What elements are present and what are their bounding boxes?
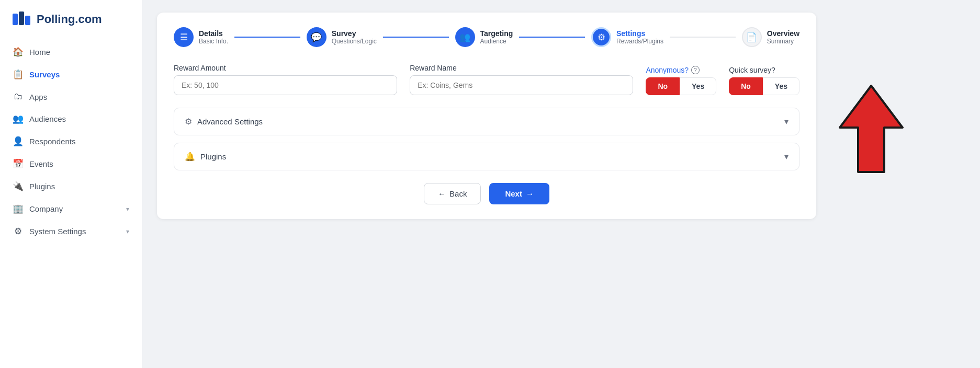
logo-icon (12, 9, 31, 29)
anonymous-toggle: No Yes (646, 77, 716, 95)
sidebar-item-plugins[interactable]: 🔌 Plugins (0, 175, 142, 198)
sidebar-item-respondents[interactable]: 👤 Respondents (0, 130, 142, 153)
sidebar-item-label: Apps (29, 93, 47, 101)
reward-amount-group: Reward Amount (174, 64, 397, 95)
step-settings-subtitle: Rewards/Plugins (616, 38, 663, 45)
main-card: ☰ Details Basic Info. 💬 Survey Questions… (157, 13, 816, 219)
connector-1 (234, 37, 300, 38)
step-overview[interactable]: 📄 Overview Summary (742, 27, 799, 47)
action-row: ← Back Next → (174, 183, 799, 204)
next-button[interactable]: Next → (489, 183, 549, 204)
anonymous-yes-button[interactable]: Yes (680, 77, 716, 95)
svg-rect-2 (25, 16, 30, 25)
plugins-left: 🔔 Plugins (185, 152, 226, 162)
sidebar-item-home[interactable]: 🏠 Home (0, 41, 142, 63)
connector-3 (519, 37, 585, 38)
quick-survey-group: Quick survey? No Yes (729, 66, 799, 95)
home-icon: 🏠 (13, 47, 23, 58)
step-details-subtitle: Basic Info. (199, 38, 228, 45)
step-settings-icon: ⚙ (591, 27, 611, 47)
sidebar-item-label: Home (29, 48, 50, 56)
plugins-chevron: ▾ (784, 152, 788, 162)
step-survey-subtitle: Questions/Logic (332, 38, 377, 45)
step-targeting[interactable]: 👥 Targeting Audience (455, 27, 513, 47)
quick-survey-label-row: Quick survey? (729, 66, 799, 74)
plugins-label: Plugins (200, 152, 226, 161)
svg-rect-0 (13, 14, 18, 25)
next-label: Next (505, 189, 522, 198)
red-arrow-annotation (829, 80, 913, 177)
sidebar-item-label: Audiences (29, 114, 66, 123)
sidebar-item-label: Plugins (29, 182, 55, 191)
sidebar-item-system-settings[interactable]: ⚙ System Settings ▾ (0, 220, 142, 243)
reward-amount-input[interactable] (174, 75, 397, 95)
sidebar-item-events[interactable]: 📅 Events (0, 153, 142, 175)
step-indicator: ☰ Details Basic Info. 💬 Survey Questions… (174, 27, 799, 47)
card-wrapper: ☰ Details Basic Info. 💬 Survey Questions… (157, 13, 965, 219)
logo-area: Polling.com (0, 0, 142, 37)
step-targeting-subtitle: Audience (480, 38, 513, 45)
advanced-settings-icon: ⚙ (185, 117, 192, 126)
nav-list: 🏠 Home 📋 Surveys 🗂 Apps 👥 Audiences 👤 Re… (0, 37, 142, 368)
connector-4 (670, 37, 736, 38)
step-overview-icon: 📄 (742, 27, 762, 47)
surveys-icon: 📋 (13, 69, 23, 80)
form-row: Reward Amount Reward Name Anonymous? ? N… (174, 64, 799, 95)
next-arrow-icon: → (526, 189, 534, 198)
quick-survey-yes-button[interactable]: Yes (763, 77, 799, 95)
events-icon: 📅 (13, 158, 23, 169)
plugins-section-icon: 🔔 (185, 152, 195, 162)
step-settings[interactable]: ⚙ Settings Rewards/Plugins (591, 27, 663, 47)
audiences-icon: 👥 (13, 113, 23, 124)
logo-text: Polling.com (37, 13, 102, 26)
system-settings-icon: ⚙ (13, 226, 23, 237)
anonymous-no-button[interactable]: No (646, 77, 680, 95)
main-content: ☰ Details Basic Info. 💬 Survey Questions… (142, 0, 980, 368)
svg-rect-1 (19, 12, 24, 25)
anonymous-label: Anonymous? (646, 66, 689, 74)
sidebar-item-apps[interactable]: 🗂 Apps (0, 86, 142, 108)
step-details-labels: Details Basic Info. (199, 29, 228, 45)
help-icon[interactable]: ? (691, 66, 700, 74)
step-overview-labels: Overview Summary (767, 29, 799, 45)
quick-survey-label: Quick survey? (729, 66, 775, 74)
sidebar: Polling.com 🏠 Home 📋 Surveys 🗂 Apps 👥 Au… (0, 0, 142, 368)
advanced-settings-header[interactable]: ⚙ Advanced Settings ▾ (174, 108, 799, 135)
step-details-icon: ☰ (174, 27, 194, 47)
sidebar-item-company[interactable]: 🏢 Company ▾ (0, 198, 142, 220)
sidebar-item-label: Respondents (29, 137, 75, 146)
quick-survey-no-button[interactable]: No (729, 77, 763, 95)
sidebar-item-label: Company (29, 204, 63, 213)
quick-survey-toggle: No Yes (729, 77, 799, 95)
step-overview-title: Overview (767, 29, 799, 38)
plugins-icon: 🔌 (13, 181, 23, 192)
plugins-header[interactable]: 🔔 Plugins ▾ (174, 143, 799, 170)
plugins-section: 🔔 Plugins ▾ (174, 143, 799, 170)
apps-icon: 🗂 (13, 91, 23, 102)
step-settings-labels: Settings Rewards/Plugins (616, 29, 663, 45)
sidebar-item-surveys[interactable]: 📋 Surveys (0, 63, 142, 86)
respondents-icon: 👤 (13, 136, 23, 147)
reward-name-input[interactable] (410, 75, 633, 95)
step-survey-title: Survey (332, 29, 377, 38)
step-survey-icon: 💬 (307, 27, 326, 47)
sidebar-item-audiences[interactable]: 👥 Audiences (0, 108, 142, 130)
step-targeting-icon: 👥 (455, 27, 475, 47)
sidebar-item-label: Events (29, 159, 53, 168)
step-targeting-title: Targeting (480, 29, 513, 38)
anonymous-label-row: Anonymous? ? (646, 66, 716, 74)
chevron-down-icon: ▾ (126, 205, 129, 213)
step-details[interactable]: ☰ Details Basic Info. (174, 27, 228, 47)
reward-amount-label: Reward Amount (174, 64, 397, 72)
step-survey-labels: Survey Questions/Logic (332, 29, 377, 45)
advanced-settings-chevron: ▾ (784, 117, 788, 126)
step-overview-subtitle: Summary (767, 38, 799, 45)
back-arrow-icon: ← (438, 189, 446, 198)
sidebar-item-label: Surveys (29, 70, 60, 79)
back-button[interactable]: ← Back (424, 183, 481, 204)
step-survey[interactable]: 💬 Survey Questions/Logic (307, 27, 377, 47)
step-details-title: Details (199, 29, 228, 38)
company-icon: 🏢 (13, 203, 23, 214)
connector-2 (383, 37, 449, 38)
chevron-down-icon: ▾ (126, 228, 129, 235)
